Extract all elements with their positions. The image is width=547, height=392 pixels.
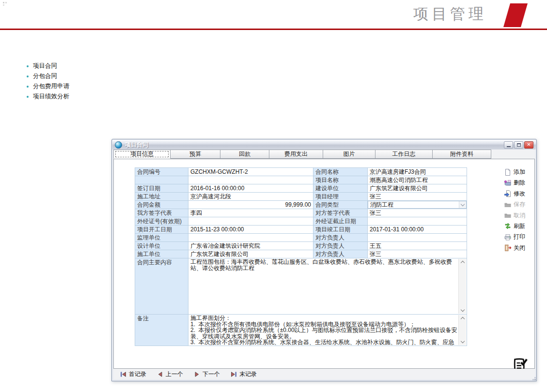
tab-budget[interactable]: 预算 (171, 150, 220, 159)
globe-icon (115, 141, 122, 149)
supervisor-field[interactable] (188, 234, 313, 242)
site-address-field[interactable]: 京沪高速河北段 (188, 193, 313, 201)
resize-grip[interactable] (534, 379, 536, 380)
cancel-icon (504, 211, 512, 219)
window-body: 项目信息 预算 回款 费用支出 图片 工作日志 附件资料 合同编号 GZCHXM… (113, 150, 535, 379)
their-contact-field[interactable] (368, 234, 467, 242)
print-button[interactable]: 打印 (504, 233, 544, 241)
chevron-up-icon (460, 317, 464, 321)
field-label: 合同类型 (313, 201, 368, 209)
contract-no-field[interactable]: GZCHXM-GCWZHT-2 (188, 168, 313, 176)
refresh-button[interactable]: 刷新 (504, 222, 544, 230)
their-contact-field[interactable]: 王五 (368, 242, 467, 250)
tab-project-info[interactable]: 项目信息 (113, 150, 171, 159)
maximize-button[interactable] (514, 141, 523, 149)
field-label: 项目名称 (313, 176, 368, 184)
construction-unit-field[interactable]: 广东筑艺建设有限公司 (188, 250, 313, 258)
our-signer-field[interactable]: 李四 (188, 209, 313, 217)
amount-field[interactable]: 99,999.00 (188, 201, 313, 209)
minimize-button[interactable] (504, 141, 513, 149)
start-date-field[interactable]: 2015-11-23 00:00:00 (188, 226, 313, 234)
close-button[interactable]: ✕ (524, 141, 533, 149)
last-record-icon (231, 371, 237, 377)
remark-scrollbar[interactable] (458, 315, 466, 345)
remark-box[interactable]: 施工界面划分： 1. 本次报价不含所有强电供电部份（如:水泵控制箱供电及接驳至设… (188, 315, 467, 346)
field-label: 签订日期 (135, 184, 188, 193)
field-label: 合同编号 (135, 168, 188, 176)
field-label: 我方签字代表 (135, 209, 188, 217)
permit-no-field[interactable] (188, 217, 313, 226)
scroll-down-button[interactable] (459, 339, 466, 345)
field-label: 施工单位 (135, 250, 188, 258)
scroll-up-button[interactable] (459, 315, 466, 321)
nav-link-subcontract-fee[interactable]: 分包费用申请 (27, 81, 69, 91)
modify-button[interactable]: 修改 (504, 190, 544, 198)
table-row: 签订日期 2016-01-16 00:00:00 建设单位 广东筑艺建设有限公司 (135, 184, 467, 193)
scroll-up-button[interactable] (459, 259, 466, 265)
project-manager-field[interactable]: 张三 (368, 193, 467, 201)
nav-link-project-contract[interactable]: 项目合同 (27, 61, 69, 71)
window-titlebar[interactable]: 项目合同 ✕ (112, 140, 536, 150)
main-content-scrollbar[interactable] (458, 259, 466, 314)
first-record-button[interactable]: 首记录 (120, 370, 146, 378)
close-icon: ✕ (527, 142, 531, 147)
field-label: 施工地址 (135, 193, 188, 201)
nav-link-subcontract[interactable]: 分包合同 (27, 71, 69, 81)
action-label: 保存 (514, 200, 525, 209)
main-content-box[interactable]: 工程范围包括：海丰西收费站、莲花山服务区、白盆珠收费站、赤石收费站、惠东北收费站… (188, 258, 467, 315)
save-button: 保存 (504, 200, 544, 209)
chevron-down-icon (460, 339, 464, 343)
contract-type-select[interactable]: 消防工程 (368, 201, 467, 209)
scroll-down-button[interactable] (459, 307, 466, 314)
last-record-button[interactable]: 末记录 (231, 370, 257, 378)
record-nav-label: 上一个 (166, 370, 183, 378)
action-label: 修改 (514, 190, 525, 198)
main-content-row: 合同主要内容 工程范围包括：海丰西收费站、莲花山服务区、白盆珠收费站、赤石收费站… (135, 258, 467, 315)
field-label: 合同金额 (135, 201, 188, 209)
builder-field[interactable]: 广东筑艺建设有限公司 (368, 184, 467, 193)
field-label: 合同名称 (313, 168, 368, 176)
field-label: 合同主要内容 (135, 258, 188, 315)
brand-red-shape (503, 3, 528, 27)
finish-date-field[interactable]: 2017-01-31 00:00:00 (368, 226, 467, 234)
permit-end-field[interactable] (368, 217, 467, 226)
tab-payment[interactable]: 回款 (220, 150, 269, 159)
page-title: 项目管理 (413, 4, 487, 24)
tab-attachments[interactable]: 附件资料 (433, 150, 491, 159)
design-unit-field[interactable]: 广东省冶金建筑设计研究院 (188, 242, 313, 250)
chevron-up-icon (460, 261, 464, 265)
action-label: 取消 (514, 211, 525, 220)
window-title: 项目合同 (125, 141, 504, 149)
main-content-text: 工程范围包括：海丰西收费站、莲花山服务区、白盆珠收费站、赤石收费站、惠东北收费站… (190, 259, 458, 314)
tab-expense[interactable]: 费用支出 (269, 150, 323, 159)
tab-worklog[interactable]: 工作日志 (375, 150, 433, 159)
add-button[interactable]: 添加 (504, 168, 544, 176)
sign-date-field[interactable]: 2016-01-16 00:00:00 (188, 184, 313, 193)
next-record-button[interactable]: 下一个 (194, 370, 220, 378)
project-name-field[interactable]: 潮惠高速公司消防工程 (368, 176, 467, 184)
contract-name-field[interactable]: 京沪高速房建FJ3合同 (368, 168, 467, 176)
dropdown-button[interactable] (459, 201, 466, 208)
table-row: 合同编号 GZCHXM-GCWZHT-2 合同名称 京沪高速房建FJ3合同 (135, 168, 467, 176)
side-nav: 项目合同 分包合同 分包费用申请 项目绩效分析 (27, 61, 69, 102)
next-record-icon (194, 371, 200, 377)
table-row: 项目开工日期 2015-11-23 00:00:00 项目竣工日期 2017-0… (135, 226, 467, 234)
table-row: 项目名称 潮惠高速公司消防工程 (135, 176, 467, 184)
their-signer-field[interactable]: 张三 (368, 209, 467, 217)
previous-record-button[interactable]: 上一个 (157, 370, 183, 378)
table-row: 合同金额 99,999.00 合同类型 消防工程 (135, 201, 467, 209)
table-row: 施工地址 京沪高速河北段 项目经理 张三 (135, 193, 467, 201)
nav-link-performance[interactable]: 项目绩效分析 (27, 91, 69, 102)
table-row: 设计单位 广东省冶金建筑设计研究院 对方负责人 王五 (135, 242, 467, 250)
their-contact-field[interactable]: 张三 (368, 250, 467, 258)
field-label: 监理单位 (135, 234, 188, 242)
empty-field[interactable] (188, 176, 313, 184)
chevron-down-icon (461, 202, 465, 206)
tab-pictures[interactable]: 图片 (323, 150, 375, 159)
table-row: 我方签字代表 李四 对方签字代表 张三 (135, 209, 467, 217)
bullet-icon (27, 65, 29, 67)
delete-button[interactable]: 删除 (504, 179, 544, 187)
exit-door-icon (504, 244, 512, 252)
close-window-button[interactable]: 关闭 (504, 244, 544, 252)
field-label: 项目经理 (313, 193, 368, 201)
